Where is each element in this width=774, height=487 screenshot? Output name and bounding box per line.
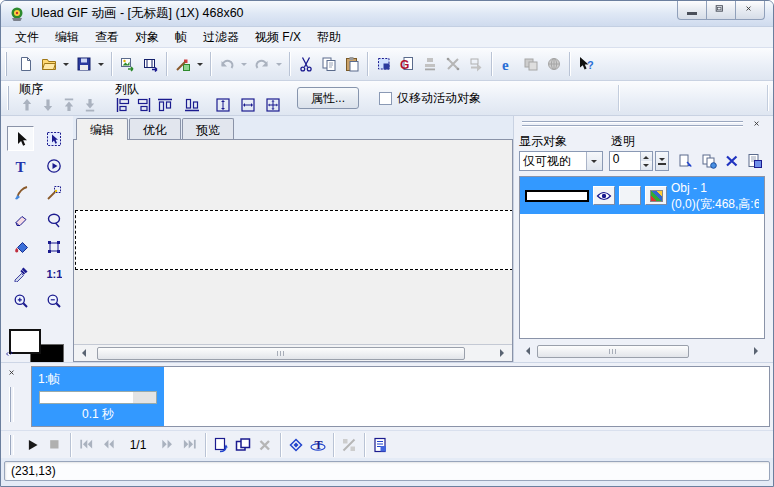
move-active-only: 仅移动活动对象 — [379, 90, 481, 107]
swap-colors-icon[interactable] — [6, 350, 18, 362]
open-dropdown[interactable] — [60, 53, 72, 76]
frame-panel-close-button[interactable] — [6, 368, 20, 380]
scroll-left-button[interactable] — [75, 346, 91, 361]
properties-button[interactable]: 属性... — [297, 87, 359, 109]
align-bottom-button[interactable] — [181, 96, 202, 114]
tab-preview[interactable]: 预览 — [182, 118, 234, 139]
spin-down-button[interactable] — [641, 161, 652, 170]
align-left-button[interactable] — [112, 96, 133, 114]
scroll-left-button[interactable] — [519, 344, 535, 359]
minimize-button[interactable] — [677, 1, 707, 20]
add-video-button[interactable] — [139, 53, 162, 76]
paste-button[interactable] — [340, 53, 363, 76]
open-button[interactable] — [37, 53, 60, 76]
maximize-button[interactable] — [706, 1, 736, 20]
eyedropper-tool[interactable] — [7, 261, 34, 286]
transparency-spinner[interactable]: 0 — [609, 151, 653, 171]
optimize-gif-button[interactable]: G — [395, 53, 418, 76]
menu-view[interactable]: 查看 — [87, 26, 127, 49]
dropdown-arrow-icon[interactable] — [586, 152, 602, 170]
help-button[interactable]: ? — [574, 53, 597, 76]
panel-drag-handle[interactable] — [522, 120, 743, 128]
actual-size-tool[interactable]: 1:1 — [40, 261, 67, 286]
move-active-only-checkbox[interactable] — [379, 92, 392, 105]
scroll-track[interactable] — [91, 346, 495, 361]
menu-file[interactable]: 文件 — [7, 26, 47, 49]
center-vertical-button[interactable] — [237, 96, 258, 114]
center-both-button[interactable] — [262, 96, 283, 114]
menu-help[interactable]: 帮助 — [309, 26, 349, 49]
crop-tool[interactable] — [40, 234, 67, 259]
brush-tool[interactable] — [7, 180, 34, 205]
toolbar-grip[interactable] — [9, 435, 14, 455]
duplicate-frame-button[interactable] — [232, 434, 254, 456]
delete-object-button[interactable] — [721, 151, 742, 171]
menu-frame[interactable]: 帧 — [167, 26, 195, 49]
object-blank-swatch[interactable] — [619, 186, 641, 205]
menu-object[interactable]: 对象 — [127, 26, 167, 49]
play-button[interactable] — [22, 434, 44, 456]
pointer-tool[interactable] — [7, 126, 34, 151]
duplicate-object-button[interactable] — [698, 151, 719, 171]
panel-close-button[interactable] — [751, 119, 765, 131]
menu-edit[interactable]: 编辑 — [47, 26, 87, 49]
center-horizontal-button[interactable] — [212, 96, 233, 114]
cut-button[interactable] — [294, 53, 317, 76]
add-object-button[interactable] — [675, 151, 696, 171]
object-list[interactable]: Obj - 1 (0,0)(宽:468,高:60) — [519, 176, 765, 339]
object-properties-button[interactable] — [744, 151, 765, 171]
crop-canvas-button[interactable] — [372, 53, 395, 76]
color-wand-dropdown[interactable] — [194, 53, 206, 76]
align-right-button[interactable] — [133, 96, 154, 114]
menu-filter[interactable]: 过滤器 — [195, 26, 247, 49]
copy-button[interactable] — [317, 53, 340, 76]
tab-edit[interactable]: 编辑 — [76, 118, 128, 140]
frame-strip[interactable]: 1:帧 0.1 秒 — [31, 366, 770, 427]
tab-optimize[interactable]: 优化 — [129, 118, 181, 139]
scroll-track[interactable] — [535, 344, 749, 359]
canvas-viewport[interactable] — [74, 140, 512, 344]
object-list-item[interactable]: Obj - 1 (0,0)(宽:468,高:60) — [520, 177, 764, 214]
text-tool[interactable]: T — [7, 153, 34, 178]
zoom-out-tool[interactable] — [40, 288, 67, 313]
object-color-swatch[interactable] — [645, 186, 667, 205]
align-right-icon — [136, 97, 152, 113]
color-wand-button[interactable] — [171, 53, 194, 76]
toolbar-grip[interactable] — [7, 86, 12, 110]
align-top-button[interactable] — [154, 96, 175, 114]
browser-preview-button[interactable]: e — [496, 53, 519, 76]
zoom-in-tool[interactable] — [7, 288, 34, 313]
magic-wand-tool[interactable] — [40, 180, 67, 205]
menu-video-fx[interactable]: 视频 F/X — [247, 26, 309, 49]
spin-up-button[interactable] — [641, 152, 652, 161]
scroll-thumb[interactable] — [97, 347, 465, 360]
add-image-button[interactable] — [116, 53, 139, 76]
toolbar-grip[interactable] — [5, 52, 10, 76]
scroll-right-button[interactable] — [495, 346, 511, 361]
lasso-tool[interactable] — [40, 207, 67, 232]
canvas-image[interactable] — [75, 210, 512, 270]
eyedropper-tool-icon — [13, 266, 29, 282]
fill-tool[interactable] — [7, 234, 34, 259]
eraser-tool[interactable] — [7, 207, 34, 232]
frame-panel-drag-handle[interactable] — [9, 387, 14, 422]
show-objects-dropdown[interactable]: 仅可视的 — [519, 151, 603, 171]
transparency-slider-button[interactable] — [655, 151, 669, 171]
frame-properties-button[interactable] — [369, 434, 391, 456]
save-button[interactable] — [72, 53, 95, 76]
object-picker-tool[interactable] — [40, 126, 67, 151]
titlebar[interactable]: Ulead GIF 动画 - [无标题] (1X) 468x60 — [1, 1, 773, 27]
scroll-right-button[interactable] — [749, 344, 765, 359]
transition-button[interactable] — [285, 434, 307, 456]
save-dropdown[interactable] — [95, 53, 107, 76]
close-button[interactable] — [735, 1, 765, 20]
scroll-thumb[interactable] — [537, 345, 689, 358]
text-banner-button[interactable]: T — [307, 434, 329, 456]
new-document-button[interactable] — [14, 53, 37, 76]
center-both-icon — [265, 97, 281, 113]
animation-tool[interactable] — [40, 153, 67, 178]
add-frame-button[interactable] — [210, 434, 232, 456]
object-visibility-button[interactable] — [593, 186, 615, 205]
frame-item[interactable]: 1:帧 0.1 秒 — [32, 367, 164, 426]
app-window: Ulead GIF 动画 - [无标题] (1X) 468x60 文件 编辑 查… — [0, 0, 774, 487]
